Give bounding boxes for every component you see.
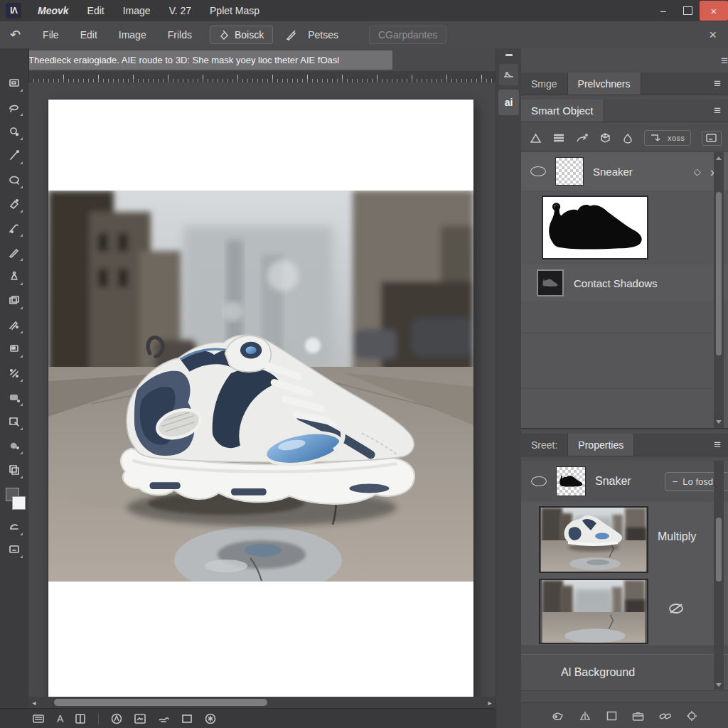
lasso-tool-icon[interactable] — [5, 98, 23, 117]
ai-panel-button[interactable]: ai — [498, 90, 519, 115]
dock-collapse-icon[interactable] — [505, 54, 513, 56]
layers-status-icon[interactable] — [33, 714, 45, 724]
briefcase-icon[interactable] — [632, 711, 644, 721]
minimize-button[interactable]: – — [651, 2, 675, 19]
blob-brush-tool-icon[interactable] — [5, 437, 23, 455]
eye-slash-icon[interactable] — [668, 601, 685, 616]
scroll-down-icon[interactable] — [716, 420, 722, 424]
droplet-icon[interactable] — [622, 133, 633, 144]
snaker-name[interactable]: Snaker — [595, 475, 631, 488]
screen-button[interactable] — [702, 131, 722, 146]
quick-select-tool-icon[interactable] — [5, 122, 23, 141]
document[interactable] — [48, 100, 473, 701]
anchor-circle-icon[interactable] — [111, 713, 122, 724]
panel-preview-button[interactable] — [499, 64, 518, 85]
crop-tool-icon[interactable] — [5, 340, 23, 358]
mask-mode-icon[interactable] — [5, 518, 23, 536]
sync-waves-icon[interactable] — [158, 714, 170, 723]
layers-tool-icon[interactable] — [5, 291, 23, 310]
move-tool-icon[interactable] — [5, 74, 23, 92]
scroll-left-icon[interactable]: ◂ — [28, 699, 40, 707]
diamond-icon[interactable]: ◇ — [694, 166, 701, 177]
properties-eye-icon[interactable] — [531, 476, 547, 486]
lines-icon[interactable] — [552, 133, 565, 143]
layers-scrollbar[interactable] — [714, 152, 724, 428]
properties-menu-icon[interactable]: ≡ — [714, 439, 721, 451]
redo-curve-icon[interactable] — [576, 133, 589, 144]
close-button[interactable]: × — [700, 1, 728, 21]
sneaker-layer-thumbnail[interactable] — [555, 157, 584, 186]
layers-scroll-thumb[interactable] — [716, 192, 722, 355]
screen-mode-icon[interactable] — [5, 540, 23, 559]
smart-object-menu-icon[interactable]: ≡ — [714, 105, 721, 117]
clone-stamp-tool-icon[interactable] — [5, 267, 23, 286]
background-variant-thumbnail[interactable] — [539, 579, 648, 644]
eraser-tool-icon[interactable] — [5, 195, 23, 213]
ellipse-select-tool-icon[interactable] — [5, 171, 23, 189]
cube-icon[interactable] — [599, 132, 611, 144]
menu-edit[interactable]: Edit — [78, 5, 114, 16]
brush-tool-icon[interactable] — [5, 219, 23, 237]
toolbar-frilds[interactable]: Frilds — [157, 29, 203, 41]
scroll-up-icon[interactable] — [716, 156, 722, 160]
ai-background-row[interactable]: Al Background › — [521, 654, 728, 691]
toolbar-petses[interactable]: Petses — [297, 29, 349, 41]
contact-shadows-name[interactable]: Contact Shadows — [574, 277, 658, 289]
triangle-icon[interactable] — [530, 133, 542, 144]
toolbar-image[interactable]: Image — [108, 29, 157, 41]
horizontal-scrollbar[interactable]: ◂ ▸ — [28, 697, 496, 708]
tab-smge[interactable]: Smge — [521, 73, 568, 95]
properties-layer-row[interactable]: Snaker − Lo fosd ▾ — [521, 461, 728, 503]
square-icon[interactable] — [606, 711, 617, 721]
tab-properties[interactable]: Properties — [568, 434, 634, 456]
cgarpdantes-button[interactable]: CGarpdantes — [369, 26, 446, 44]
boisck-button[interactable]: Boisck — [210, 26, 273, 44]
link-icon[interactable] — [659, 711, 671, 721]
layer-row-sneaker[interactable]: Sneaker ◇ › — [521, 152, 728, 191]
close-panel-icon[interactable]: × — [698, 28, 728, 43]
background-color-swatch[interactable] — [12, 496, 26, 510]
healing-brush-tool-icon[interactable] — [5, 364, 23, 382]
tab-sreet[interactable]: Sreet: — [521, 434, 568, 456]
properties-scrollbar[interactable] — [714, 461, 724, 690]
rect-outline-icon[interactable] — [182, 714, 193, 724]
tab-smart-object[interactable]: Smart Object — [521, 100, 604, 122]
layer-mask-thumbnail[interactable] — [542, 196, 648, 259]
toolbar-file[interactable]: File — [32, 29, 70, 41]
tag-icon[interactable] — [552, 711, 564, 722]
menu-image[interactable]: Image — [114, 5, 160, 16]
undo-icon[interactable]: ↶ — [10, 27, 21, 43]
visibility-eye-icon[interactable] — [530, 166, 546, 176]
scroll-right-icon[interactable]: ▸ — [484, 699, 496, 707]
shape-tool-icon[interactable] — [5, 388, 23, 407]
corner-arrow-icon[interactable] — [650, 133, 662, 143]
image-box-icon[interactable] — [134, 714, 146, 724]
menu-meovk[interactable]: Meovk — [28, 5, 78, 16]
snaker-thumbnail[interactable] — [556, 466, 586, 496]
asterisk-circle-icon[interactable] — [205, 713, 216, 724]
layer-row-contact-shadows[interactable]: Contact Shadows › — [521, 264, 728, 302]
xoss-label[interactable]: xoss — [668, 134, 685, 142]
menu-version[interactable]: V. 27 — [160, 5, 200, 16]
text-tool-status-icon[interactable]: A — [57, 713, 63, 724]
menu-pplet-masp[interactable]: Pplet Masp — [200, 5, 269, 16]
contact-shadows-thumbnail[interactable] — [537, 269, 564, 296]
rect-select-tool-icon[interactable] — [5, 412, 23, 431]
hscroll-track[interactable] — [40, 697, 484, 708]
blend-card-background[interactable] — [521, 574, 728, 646]
properties-scroll-thumb[interactable] — [716, 518, 722, 582]
sneaker-layer-name[interactable]: Sneaker — [593, 166, 633, 178]
sneaker-variant-thumbnail[interactable] — [539, 506, 648, 573]
panel-menu-icon[interactable]: ≡ — [721, 55, 728, 67]
layers-tab-menu-icon[interactable]: ≡ — [714, 77, 721, 90]
canvas-area[interactable] — [28, 82, 496, 697]
frame-tool-icon[interactable] — [5, 461, 23, 479]
properties-scroll-down-icon[interactable] — [716, 683, 722, 687]
blend-card-sneaker[interactable]: Multiply — [521, 502, 728, 575]
history-brush-tool-icon[interactable] — [5, 316, 23, 334]
toolbar-edit[interactable]: Edit — [70, 29, 108, 41]
maximize-button[interactable] — [675, 2, 700, 19]
split-panel-icon[interactable] — [75, 714, 86, 724]
target-icon[interactable] — [686, 710, 697, 722]
flip-icon[interactable] — [579, 710, 592, 722]
